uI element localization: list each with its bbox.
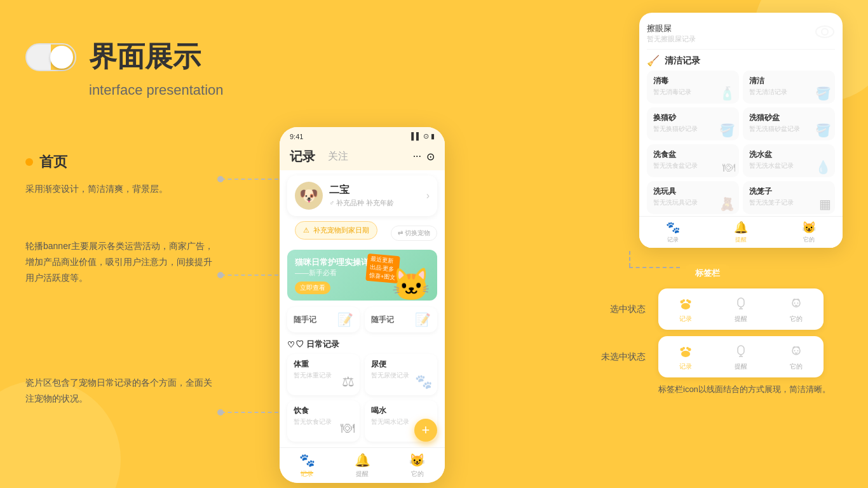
annotation-line-2	[221, 274, 278, 276]
clean-card-foodbowl[interactable]: 洗食盆 暂无洗食盆记录 🍽	[647, 144, 739, 177]
note-card-1[interactable]: 随手记 📝	[287, 307, 360, 332]
cage-icon: ▦	[819, 196, 831, 212]
homepage-label: 首页	[25, 152, 216, 172]
sub-title: interface presentation	[89, 82, 254, 98]
pet-profile-card[interactable]: 🐶 二宝 ♂ 补充品种 补充年龄 ›	[287, 175, 437, 216]
banner-cta[interactable]: 立即查看	[295, 281, 330, 294]
tab-reminder-unselected[interactable]: 提醒	[714, 340, 769, 374]
tab-its-unselected[interactable]: 它的	[768, 340, 824, 374]
clean-card-waterbowl[interactable]: 洗水盆 暂无洗水盆记录 💧	[743, 144, 835, 177]
note-card-2[interactable]: 随手记 📝	[365, 307, 437, 332]
tab-record-unselected[interactable]: 记录	[658, 340, 714, 374]
banner[interactable]: 猫咪日常护理实操详解 ——新手必看 立即查看 最近更新出品·更多惊喜+图文 🐱	[287, 250, 437, 301]
tab-record-selected[interactable]: 记录	[658, 292, 714, 326]
annotation-line-1	[221, 179, 278, 180]
nav-record-label: 记录	[301, 470, 313, 478]
tab-its-selected[interactable]: 它的	[768, 292, 824, 326]
toys-icon: 🧸	[719, 196, 735, 212]
text-section-1: 首页 采用渐变设计，简洁清爽，背景层。	[25, 152, 216, 210]
add-date-label: 补充宠物到家日期	[313, 226, 369, 235]
tab-its-outline-icon	[787, 342, 805, 360]
switch-pet-btn[interactable]: ⇄ 切换宠物	[391, 226, 437, 241]
clean-nav-its[interactable]: 😺 它的	[775, 220, 843, 244]
clean-card-disinfect[interactable]: 消毒 暂无消毒记录 🧴	[647, 71, 739, 104]
tab-reminder-selected[interactable]: 提醒	[714, 292, 769, 326]
nav-its-icon: 😺	[409, 452, 425, 468]
nav-item-reminder[interactable]: 🔔 提醒	[335, 452, 390, 478]
svg-point-5	[682, 299, 685, 302]
phone-nav-tab2[interactable]: 关注	[328, 150, 348, 163]
svg-point-17	[686, 347, 689, 349]
nav-item-its[interactable]: 😺 它的	[390, 452, 445, 478]
svg-point-2	[681, 303, 690, 309]
heart-icon: ♡	[287, 340, 295, 349]
record-food[interactable]: 饮食 暂无饮食记录 🍽	[287, 400, 360, 442]
clean-nav-record-icon: 🐾	[666, 220, 680, 234]
clean-nav-its-icon: 😺	[802, 220, 816, 234]
clean-card-litterbox[interactable]: 洗猫砂盆 暂无洗猫砂盆记录 🪣	[743, 107, 835, 140]
clean-card-toys[interactable]: 洗玩具 暂无洗玩具记录 🧸	[647, 181, 739, 214]
svg-point-6	[686, 299, 689, 302]
note-icon-1: 📝	[337, 312, 353, 327]
record-urine[interactable]: 尿便 暂无尿便记录 🐾	[365, 354, 437, 395]
clean-nav-record-label: 记录	[667, 236, 679, 244]
nav-its-label: 它的	[411, 470, 424, 478]
phone-nav: 记录 关注 ··· ⊙	[280, 143, 445, 170]
phone-nav-tab1[interactable]: 记录	[290, 148, 315, 165]
pet-name: 二宝	[329, 184, 420, 197]
svg-point-12	[797, 302, 798, 304]
banner-cat-icon: 🐱	[391, 269, 431, 301]
wipe-eyes-info: 擦眼屎 暂无擦眼屎记录	[647, 23, 696, 44]
svg-point-13	[681, 351, 690, 357]
disinfect-icon: 🧴	[719, 86, 735, 101]
svg-point-11	[794, 302, 795, 304]
wipe-eyes-item: 擦眼屎 暂无擦眼屎记录	[647, 18, 835, 50]
food-icon: 🍽	[341, 420, 355, 437]
status-icons: ▌▌ ⊙ ▮	[411, 132, 435, 140]
phone-bottom-nav: 🐾 记录 🔔 提醒 😺 它的	[280, 447, 445, 483]
nav-item-record[interactable]: 🐾 记录	[280, 452, 335, 478]
tab-its-label-selected: 它的	[790, 315, 803, 323]
svg-point-0	[816, 26, 834, 37]
wipe-eyes-empty: 暂无擦眼屎记录	[647, 34, 696, 44]
banner-text: 猫咪日常护理实操详解 ——新手必看 立即查看	[295, 257, 377, 294]
tabbar-label: 标签栏	[684, 264, 731, 281]
tab-reminder-label-unselected: 提醒	[735, 362, 747, 371]
svg-point-23	[797, 350, 798, 351]
nav-underline	[301, 472, 313, 473]
foodbowl-icon: 🍽	[722, 160, 735, 175]
clean-nav-record[interactable]: 🐾 记录	[639, 220, 707, 244]
unselected-state-label: 未选中状态	[601, 351, 646, 363]
clean-card-litter[interactable]: 换猫砂 暂无换猫砂记录 🪣	[647, 107, 739, 140]
svg-rect-7	[738, 298, 744, 307]
status-bar: 9:41 ▌▌ ⊙ ▮	[280, 127, 445, 143]
tab-reminder-outline-icon	[732, 342, 750, 360]
selected-state-row: 选中状态 记录 提醒 它的	[601, 288, 843, 330]
tab-bar-unselected: 记录 提醒 它的	[658, 336, 824, 377]
desc2: 轮播banner主要展示各类运营活动，商家广告，增加产品商业价值，吸引用户注意力…	[25, 238, 216, 287]
clean-section-icon: 🧹	[647, 55, 660, 67]
tab-its-icon	[787, 295, 805, 313]
clean-nav-its-label: 它的	[803, 236, 815, 244]
nav-reminder-label: 提醒	[356, 470, 369, 478]
wipe-eyes-icon	[815, 24, 835, 43]
clean-nav-reminder[interactable]: 🔔 提醒	[707, 220, 775, 244]
header-section: 界面展示	[25, 38, 254, 76]
more-icon[interactable]: ···	[413, 151, 421, 163]
pet-avatar: 🐶	[295, 182, 323, 210]
add-date-btn[interactable]: ⚠ 补充宠物到家日期	[295, 221, 377, 240]
tab-record-label-selected: 记录	[679, 315, 692, 323]
clean-section-title: 清洁记录	[665, 55, 700, 67]
note-label-1: 随手记	[294, 315, 316, 325]
record-weight[interactable]: 体重 暂无体重记录 ⚖	[287, 354, 360, 395]
clean-card-cage[interactable]: 洗笼子 暂无洗笼子记录 ▦	[743, 181, 835, 214]
clean-scroll-content: 擦眼屎 暂无擦眼屎记录 🧹 清洁记录 消毒	[639, 13, 843, 248]
qr-icon[interactable]: ⊙	[426, 151, 435, 163]
fab-button[interactable]: +	[414, 419, 437, 442]
clean-card-clean[interactable]: 清洁 暂无清洁记录 🪣	[743, 71, 835, 104]
tab-record-icon-filled	[677, 295, 695, 313]
tabbar-section: 标签栏 选中状态 记录 提醒 它的	[601, 267, 843, 395]
unselected-state-row: 未选中状态 记录 提醒 它的	[601, 336, 843, 377]
text-section-2: 轮播banner主要展示各类运营活动，商家广告，增加产品商业价值，吸引用户注意力…	[25, 238, 216, 299]
clean-section-header: 🧹 清洁记录	[647, 50, 835, 71]
